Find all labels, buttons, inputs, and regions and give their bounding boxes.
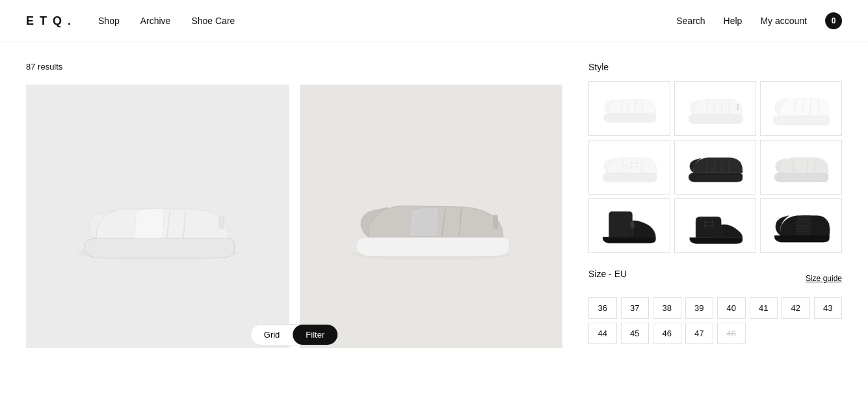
style-card-7[interactable]	[588, 198, 670, 253]
view-controls: Grid Filter	[250, 324, 338, 345]
results-count: 87 results	[26, 62, 562, 72]
product-image-2	[339, 155, 523, 278]
cart-badge[interactable]: 0	[825, 12, 842, 29]
filter-button[interactable]: Filter	[293, 325, 337, 345]
product-card-1[interactable]	[26, 85, 289, 348]
svg-point-26	[631, 163, 633, 164]
size-btn-48[interactable]: 48	[717, 323, 746, 344]
style-card-1[interactable]	[588, 81, 670, 136]
style-shoe-8	[685, 206, 746, 246]
size-btn-43[interactable]: 43	[814, 297, 843, 319]
size-btn-46[interactable]: 46	[653, 323, 681, 344]
style-shoe-3	[770, 88, 832, 129]
style-card-4[interactable]	[588, 140, 670, 195]
style-shoe-5	[685, 147, 746, 187]
style-card-5[interactable]	[674, 140, 756, 195]
nav-my-account[interactable]: My account	[760, 16, 807, 26]
nav-help[interactable]: Help	[724, 16, 743, 26]
style-card-3[interactable]	[760, 81, 842, 136]
size-btn-38[interactable]: 38	[653, 297, 681, 319]
svg-rect-20	[737, 103, 739, 111]
filter-sidebar: Style	[588, 42, 842, 358]
style-shoe-6	[770, 147, 832, 187]
svg-rect-11	[493, 215, 498, 228]
style-card-8[interactable]	[674, 198, 756, 253]
style-card-2[interactable]	[674, 81, 756, 136]
svg-point-25	[626, 164, 627, 165]
product-grid	[26, 85, 562, 348]
svg-point-27	[637, 162, 638, 163]
style-card-9[interactable]	[760, 198, 842, 253]
size-btn-39[interactable]: 39	[685, 297, 714, 319]
nav-search[interactable]: Search	[676, 16, 705, 26]
size-btn-37[interactable]: 37	[621, 297, 650, 319]
grid-button[interactable]: Grid	[251, 325, 293, 345]
size-btn-45[interactable]: 45	[621, 323, 650, 344]
nav-right: Search Help My account 0	[676, 12, 842, 29]
svg-rect-5	[219, 216, 224, 228]
style-shoe-1	[599, 88, 660, 129]
style-shoe-9	[770, 206, 832, 246]
style-card-6[interactable]	[760, 140, 842, 195]
style-filter-title: Style	[588, 62, 842, 72]
nav-left: Shop Archive Shoe Care	[98, 16, 676, 26]
nav-archive[interactable]: Archive	[140, 16, 171, 26]
brand-logo[interactable]: E T Q .	[26, 14, 72, 28]
product-image-1	[66, 155, 250, 278]
style-shoe-2	[685, 88, 746, 129]
size-btn-40[interactable]: 40	[717, 297, 746, 319]
svg-point-28	[626, 167, 627, 168]
nav-shop[interactable]: Shop	[98, 16, 120, 26]
size-btn-41[interactable]: 41	[750, 297, 778, 319]
svg-point-43	[631, 221, 635, 228]
nav-shoe-care[interactable]: Shoe Care	[191, 16, 235, 26]
size-btn-44[interactable]: 44	[588, 323, 617, 344]
size-btn-36[interactable]: 36	[588, 297, 617, 319]
size-btn-47[interactable]: 47	[685, 323, 714, 344]
style-grid	[588, 81, 842, 253]
style-shoe-7	[599, 206, 660, 246]
svg-point-29	[631, 166, 633, 167]
size-grid: 36373839404142434445464748	[588, 297, 842, 344]
product-card-2[interactable]	[300, 85, 563, 348]
style-shoe-4	[599, 147, 660, 187]
size-guide-link[interactable]: Size guide	[806, 274, 842, 283]
size-btn-42[interactable]: 42	[782, 297, 810, 319]
size-filter-title: Size - EU	[588, 269, 627, 279]
svg-point-30	[637, 165, 638, 167]
